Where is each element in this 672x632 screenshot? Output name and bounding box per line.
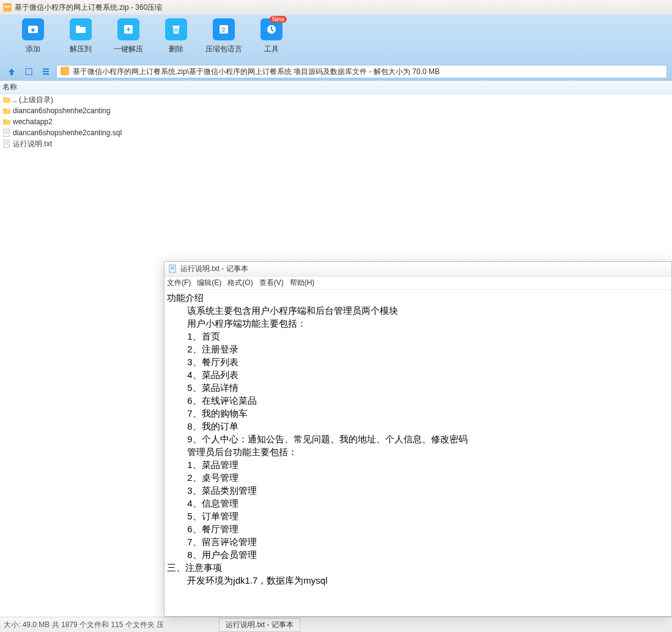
col-name[interactable]: 名称 xyxy=(2,82,17,92)
svg-rect-4 xyxy=(31,29,35,31)
archive-icon xyxy=(2,2,12,12)
svg-rect-12 xyxy=(26,69,32,75)
notepad-menubar: 文件(F) 编辑(E) 格式(O) 查看(V) 帮助(H) xyxy=(164,277,671,290)
notepad-title-text: 运行说明.txt - 记事本 xyxy=(180,264,248,274)
path-text: 基于微信小程序的网上订餐系统.zip\基于微信小程序的网上订餐系统 项目源码及数… xyxy=(73,67,440,77)
add-icon xyxy=(22,18,44,40)
new-badge: New xyxy=(270,16,287,23)
svg-rect-8 xyxy=(172,26,180,27)
delete-button[interactable]: 删除 xyxy=(152,18,200,62)
svg-rect-22 xyxy=(169,265,175,272)
svg-rect-1 xyxy=(4,6,10,7)
status-text: 大小: 49.0 MB 共 1879 个文件和 115 个文件夹 压 xyxy=(4,620,164,630)
notepad-icon xyxy=(168,264,178,274)
main-toolbar: 添加 解压到 一键解压 删除 文 压缩包语言 New 工具 xyxy=(0,15,672,62)
add-button[interactable]: 添加 xyxy=(9,18,57,62)
file-name: wechatapp2 xyxy=(13,117,53,126)
file-list: .. (上级目录)diancan6shopshenhe2cantingwecha… xyxy=(0,94,672,149)
archive-icon xyxy=(61,67,70,76)
lang-button[interactable]: 文 压缩包语言 xyxy=(200,18,248,62)
notepad-body[interactable]: 功能介绍 该系统主要包含用户小程序端和后台管理员两个模块 用户小程序端功能主要包… xyxy=(164,290,671,616)
extract-button[interactable]: 解压到 xyxy=(57,18,105,62)
notepad-titlebar[interactable]: 运行说明.txt - 记事本 xyxy=(164,262,671,277)
menu-help[interactable]: 帮助(H) xyxy=(290,278,315,288)
svg-rect-15 xyxy=(3,97,7,99)
svg-rect-6 xyxy=(76,26,80,28)
file-icon xyxy=(2,139,12,149)
tools-button[interactable]: New 工具 xyxy=(248,18,295,62)
svg-rect-13 xyxy=(61,67,69,75)
oneclick-icon xyxy=(117,18,139,40)
path-input[interactable]: 基于微信小程序的网上订餐系统.zip\基于微信小程序的网上订餐系统 项目源码及数… xyxy=(56,65,667,78)
file-name: 运行说明.txt xyxy=(13,139,52,149)
svg-text:文: 文 xyxy=(221,26,227,33)
taskbar-button[interactable]: 运行说明.txt - 记事本 xyxy=(219,618,300,632)
svg-rect-17 xyxy=(3,108,7,110)
trash-icon xyxy=(165,18,187,40)
list-item[interactable]: diancan6shopshenhe2canting.sql xyxy=(0,127,672,138)
menu-view[interactable]: 查看(V) xyxy=(259,278,284,288)
menu-file[interactable]: 文件(F) xyxy=(167,278,191,288)
svg-rect-21 xyxy=(4,140,9,147)
language-icon: 文 xyxy=(213,18,235,40)
notepad-window: 运行说明.txt - 记事本 文件(F) 编辑(E) 格式(O) 查看(V) 帮… xyxy=(164,261,672,617)
up-arrow-icon[interactable] xyxy=(5,65,18,78)
folder-icon xyxy=(70,18,92,40)
status-bar: 大小: 49.0 MB 共 1879 个文件和 115 个文件夹 压 运行说明.… xyxy=(0,617,672,632)
svg-rect-19 xyxy=(3,119,7,121)
folder-icon xyxy=(2,106,12,116)
list-item[interactable]: wechatapp2 xyxy=(0,116,672,127)
list-item[interactable]: .. (上级目录) xyxy=(0,94,672,105)
svg-rect-20 xyxy=(4,129,9,136)
folder-icon xyxy=(2,95,12,105)
file-name: diancan6shopshenhe2canting.sql xyxy=(13,128,122,137)
folder-icon xyxy=(2,117,12,127)
file-name: diancan6shopshenhe2canting xyxy=(13,106,110,115)
window-title-text: 基于微信小程序的网上订餐系统.zip - 360压缩 xyxy=(15,2,162,13)
list-item[interactable]: 运行说明.txt xyxy=(0,138,672,149)
window-titlebar: 基于微信小程序的网上订餐系统.zip - 360压缩 xyxy=(0,0,672,15)
list-item[interactable]: diancan6shopshenhe2canting xyxy=(0,105,672,116)
path-bar: 基于微信小程序的网上订餐系统.zip\基于微信小程序的网上订餐系统 项目源码及数… xyxy=(0,62,672,81)
file-icon xyxy=(2,128,12,138)
menu-format[interactable]: 格式(O) xyxy=(227,278,253,288)
file-name: .. (上级目录) xyxy=(13,95,53,105)
column-headers: 名称 xyxy=(0,81,672,94)
view-list-icon[interactable] xyxy=(39,65,53,78)
view-details-icon[interactable] xyxy=(22,65,35,78)
menu-edit[interactable]: 编辑(E) xyxy=(197,278,221,288)
svg-rect-5 xyxy=(76,27,86,33)
oneclick-extract-button[interactable]: 一键解压 xyxy=(105,18,152,62)
